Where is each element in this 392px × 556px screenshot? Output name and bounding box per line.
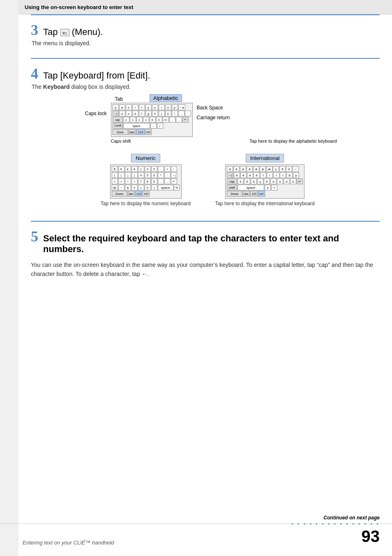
key-period[interactable]: . xyxy=(176,117,182,123)
num-bksp[interactable]: ← xyxy=(171,166,177,172)
key-abc-alpha[interactable]: abc xyxy=(129,129,136,135)
key-q[interactable]: q xyxy=(113,104,119,110)
key-f[interactable]: f xyxy=(139,111,145,116)
intl-ccedil[interactable]: ç xyxy=(273,166,279,172)
key-space[interactable]: space xyxy=(123,123,150,129)
key-u[interactable]: u xyxy=(152,104,158,110)
key-semicolon[interactable]: ; xyxy=(178,111,184,116)
num-dollar[interactable]: $ xyxy=(112,166,118,172)
key-intl-intl[interactable]: Int'l xyxy=(258,191,265,197)
key-123-intl[interactable]: 123 xyxy=(250,191,258,197)
num-dot1[interactable]: . xyxy=(158,178,164,184)
num-pct[interactable]: % xyxy=(174,185,180,190)
num-lparen[interactable]: ( xyxy=(138,185,144,190)
num-bslash[interactable]: \ xyxy=(125,178,131,184)
key-abc-intl[interactable]: abc xyxy=(243,191,250,197)
key-t[interactable]: t xyxy=(139,104,145,110)
intl-bksp[interactable]: ← xyxy=(293,166,299,172)
intl-u-uml[interactable]: ü xyxy=(284,178,290,184)
intl-o-macr[interactable]: ō xyxy=(264,178,270,184)
key-a[interactable]: a xyxy=(119,111,125,116)
intl-ae[interactable]: æ xyxy=(266,166,272,172)
num-hash[interactable]: # xyxy=(131,185,138,190)
intl-tab[interactable]: →| xyxy=(227,172,233,178)
key-b[interactable]: b xyxy=(150,117,156,123)
num-yen[interactable]: ¥ xyxy=(131,166,138,172)
key-done-intl[interactable]: Done xyxy=(227,191,242,197)
intl-u-macr[interactable]: ū xyxy=(290,178,296,184)
num-tab[interactable]: →| xyxy=(171,172,177,178)
intl-e-circ[interactable]: ê xyxy=(254,172,260,178)
key-dash[interactable]: - xyxy=(150,123,157,129)
key-abc-num[interactable]: abc xyxy=(128,191,135,197)
intl-e-grave[interactable]: è xyxy=(240,172,247,178)
key-slash[interactable]: / xyxy=(157,123,163,129)
num-dot2[interactable]: , xyxy=(164,178,171,184)
key-x[interactable]: x xyxy=(130,117,136,123)
key-backspace[interactable]: ←● xyxy=(178,104,185,110)
num-space[interactable]: space xyxy=(158,185,173,190)
intl-shift[interactable]: shift xyxy=(227,185,237,190)
key-m[interactable]: m xyxy=(163,117,169,123)
key-h[interactable]: h xyxy=(152,111,158,116)
intl-i-acute[interactable]: í xyxy=(267,172,273,178)
intl-u-grave[interactable]: ù xyxy=(277,178,283,184)
key-return[interactable]: ↵ xyxy=(182,117,189,123)
intl-a-macr[interactable]: ā xyxy=(260,166,266,172)
intl-a-uml[interactable]: ä xyxy=(240,166,246,172)
num-ret[interactable]: ↵ xyxy=(171,178,177,184)
num-eq[interactable]: = xyxy=(131,178,138,184)
intl-o-acute[interactable]: ó xyxy=(238,178,244,184)
intl-o-uml[interactable]: ö xyxy=(251,178,257,184)
key-w[interactable]: w xyxy=(119,104,125,110)
num-tilde[interactable]: ~ xyxy=(118,185,125,190)
num-lt[interactable]: < xyxy=(112,178,118,184)
intl-ntilde[interactable]: ñ xyxy=(279,166,286,172)
key-done-num[interactable]: Done xyxy=(112,191,127,197)
num-gt[interactable]: > xyxy=(118,178,125,184)
intl-space[interactable]: space xyxy=(238,185,264,190)
num-minus[interactable]: - xyxy=(158,166,164,172)
num-8[interactable]: 8 xyxy=(145,178,151,184)
num-6[interactable]: 6 xyxy=(151,172,157,178)
key-l[interactable]: l xyxy=(172,111,178,116)
num-5[interactable]: 5 xyxy=(145,172,151,178)
num-plus[interactable]: + xyxy=(164,166,171,172)
intl-i-macr[interactable]: ī xyxy=(260,172,266,178)
key-cap[interactable]: cap xyxy=(113,117,123,123)
intl-e-acute[interactable]: é xyxy=(234,172,240,178)
num-9[interactable]: 9 xyxy=(151,178,157,184)
key-intl-num[interactable]: Int'l xyxy=(143,191,150,197)
key-r[interactable]: r xyxy=(132,104,138,110)
key-comma[interactable]: , xyxy=(169,117,175,123)
num-at[interactable]: @ xyxy=(112,185,118,190)
num-0[interactable]: 0 xyxy=(145,185,151,190)
intl-a-circ[interactable]: â xyxy=(253,166,259,172)
intl-a-ring[interactable]: å xyxy=(247,166,253,172)
intl-a-acute[interactable]: á xyxy=(227,166,233,172)
key-d[interactable]: d xyxy=(132,111,138,116)
key-quote[interactable]: ' xyxy=(185,111,191,116)
intl-y2[interactable]: y xyxy=(293,172,299,178)
key-123-num[interactable]: 123 xyxy=(135,191,143,197)
key-intl-alpha[interactable]: Int'l xyxy=(145,129,152,135)
key-k[interactable]: k xyxy=(165,111,171,116)
key-done-alpha[interactable]: Done xyxy=(113,129,128,135)
key-c[interactable]: c xyxy=(136,117,143,123)
intl-u-acute[interactable]: ú xyxy=(270,178,277,184)
intl-i-uml[interactable]: ï xyxy=(280,172,286,178)
key-n[interactable]: n xyxy=(156,117,162,123)
num-euro[interactable]: € xyxy=(118,166,125,172)
key-v[interactable]: v xyxy=(143,117,149,123)
num-bracket1[interactable]: [ xyxy=(112,172,118,178)
intl-beta[interactable]: ß xyxy=(286,172,293,178)
key-p[interactable]: p xyxy=(172,104,178,110)
key-e[interactable]: e xyxy=(126,104,132,110)
num-paren1[interactable]: ( xyxy=(118,172,125,178)
key-i[interactable]: i xyxy=(159,104,165,110)
key-z[interactable]: z xyxy=(123,117,129,123)
key-g[interactable]: g xyxy=(145,111,152,116)
intl-cap[interactable]: cap xyxy=(227,178,237,184)
key-j[interactable]: j xyxy=(159,111,165,116)
num-rparen[interactable]: ) xyxy=(151,185,157,190)
